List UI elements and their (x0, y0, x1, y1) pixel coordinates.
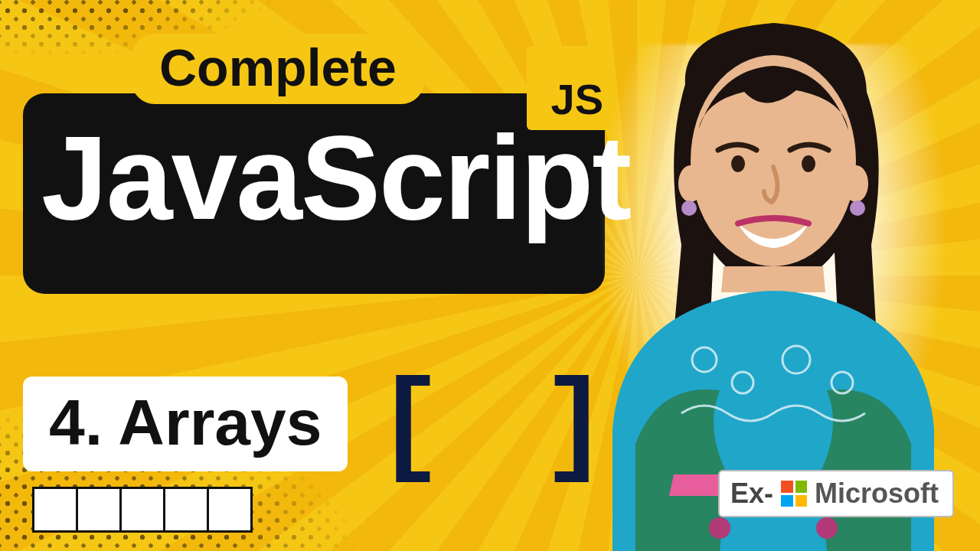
credential-company: Microsoft (815, 478, 939, 510)
course-title: JavaScript (41, 118, 630, 237)
svg-point-5 (681, 201, 697, 216)
microsoft-logo-icon (781, 481, 807, 507)
credential-badge: Ex- Microsoft (718, 470, 954, 517)
svg-point-12 (816, 517, 838, 539)
svg-point-11 (709, 517, 730, 539)
complete-pill: Complete (132, 34, 424, 104)
svg-point-6 (850, 201, 865, 216)
array-cells-icon (32, 487, 253, 533)
credential-prefix: Ex- (730, 478, 773, 510)
svg-point-3 (678, 165, 703, 202)
svg-point-4 (844, 165, 868, 202)
chapter-label: 4. Arrays (23, 377, 348, 471)
instructor-photo (567, 0, 980, 551)
svg-point-1 (731, 155, 745, 172)
svg-point-2 (802, 155, 815, 172)
